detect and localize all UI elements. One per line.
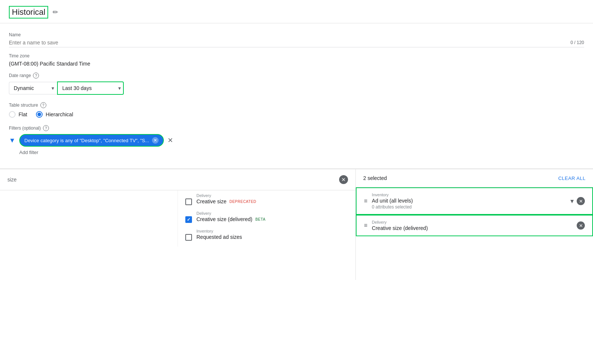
deprecated-badge: DEPRECATED [229, 200, 256, 204]
item-name: Creative size DEPRECATED [196, 198, 256, 204]
timezone-section: Time zone (GMT-08:00) Pacific Standard T… [9, 53, 584, 67]
name-label: Name [9, 32, 584, 37]
page-title: Historical [9, 6, 48, 19]
date-range-value-select[interactable]: Last 7 days Last 14 days Last 30 days La… [57, 81, 124, 95]
dynamic-select-wrapper: Dynamic Fixed ▾ [9, 82, 57, 94]
timezone-label: Time zone [9, 53, 584, 59]
clear-all-button[interactable]: CLEAR ALL [558, 176, 586, 181]
selected-item-creative-size-delivered: ≡ Delivery Creative size (delivered) ✕ [356, 215, 593, 236]
item-name: Requested ad sizes [196, 234, 242, 240]
left-panel-title: size [7, 177, 17, 183]
selected-item-name: Ad unit (all levels) [372, 198, 566, 204]
date-range-section: Date range ? Dynamic Fixed ▾ Last 7 days… [9, 73, 584, 95]
table-structure-radio-group: Flat Hierarchical [9, 111, 584, 118]
drag-handle-icon[interactable]: ≡ [364, 198, 367, 204]
filters-section: Filters (optional) ? ▼ Device category i… [9, 125, 584, 155]
checkbox-creative-size[interactable] [185, 198, 192, 205]
selected-item-ad-unit: ≡ Inventory Ad unit (all levels) 0 attri… [356, 187, 593, 215]
radio-hierarchical-indicator [36, 111, 43, 118]
left-empty-col [0, 190, 178, 247]
checkbox-list: Delivery Creative size DEPRECATED [178, 190, 355, 247]
list-item[interactable]: Inventory Requested ad sizes [178, 226, 355, 244]
selected-item-name: Creative size (delivered) [372, 225, 572, 231]
selected-item-actions-ad-unit: ▾ ✕ [570, 197, 585, 205]
days-select-wrapper: Last 7 days Last 14 days Last 30 days La… [57, 81, 124, 95]
filter-chip-close-icon[interactable]: ✕ [152, 137, 159, 144]
date-range-help-icon[interactable]: ? [33, 73, 39, 79]
drag-handle-icon[interactable]: ≡ [364, 222, 367, 229]
item-content-requested-ad-sizes: Inventory Requested ad sizes [196, 229, 242, 240]
form-section: Name 0 / 120 Time zone (GMT-08:00) Pacif… [0, 23, 593, 169]
expand-icon[interactable]: ▾ [570, 197, 574, 205]
left-panel: size ✕ Delivery Creative size [0, 169, 356, 280]
radio-hierarchical-label: Hierarchical [46, 111, 73, 117]
item-content-creative-size: Delivery Creative size DEPRECATED [196, 193, 256, 204]
remove-creative-size-button[interactable]: ✕ [577, 221, 585, 230]
table-structure-help-icon[interactable]: ? [40, 102, 46, 108]
table-structure-section: Table structure ? Flat Hierarchical [9, 102, 584, 118]
selected-item-category: Inventory [372, 193, 566, 197]
beta-badge: BETA [255, 217, 265, 221]
right-panel: 2 selected CLEAR ALL ≡ Inventory Ad unit… [356, 169, 593, 280]
remove-ad-unit-button[interactable]: ✕ [577, 197, 585, 205]
checkbox-requested-ad-sizes[interactable] [185, 234, 192, 241]
radio-flat-label: Flat [19, 111, 27, 117]
split-panel: size ✕ Delivery Creative size [0, 169, 593, 280]
item-category: Delivery [196, 211, 265, 216]
filter-funnel-icon: ▼ [9, 137, 16, 144]
left-panel-close-icon[interactable]: ✕ [339, 175, 348, 184]
left-items-col: Delivery Creative size DEPRECATED [178, 190, 355, 247]
left-panel-columns: Delivery Creative size DEPRECATED [0, 190, 355, 247]
item-category: Delivery [196, 193, 256, 198]
checkbox-creative-size-delivered[interactable] [185, 216, 192, 223]
item-name: Creative size (delivered) BETA [196, 216, 265, 222]
selected-item-content-ad-unit: Inventory Ad unit (all levels) 0 attribu… [372, 193, 566, 210]
radio-flat-indicator [9, 111, 16, 118]
selected-count: 2 selected [363, 175, 387, 181]
filter-row-close-icon[interactable]: ✕ [168, 136, 173, 144]
table-structure-label: Table structure [9, 103, 38, 108]
filter-chip-text: Device category is any of "Desktop", "Co… [24, 138, 149, 143]
radio-flat[interactable]: Flat [9, 111, 27, 118]
timezone-value: (GMT-08:00) Pacific Standard Time [9, 61, 584, 67]
list-item[interactable]: Delivery Creative size DEPRECATED [178, 190, 355, 208]
list-item[interactable]: Delivery Creative size (delivered) BETA [178, 208, 355, 226]
date-range-label: Date range ? [9, 73, 584, 79]
left-panel-header: size ✕ [0, 169, 355, 190]
date-range-controls: Dynamic Fixed ▾ Last 7 days Last 14 days… [9, 81, 584, 95]
page-container: Historical ✏ Name 0 / 120 Time zone (GMT… [0, 0, 593, 364]
selected-item-category: Delivery [372, 220, 572, 224]
item-content-creative-size-delivered: Delivery Creative size (delivered) BETA [196, 211, 265, 222]
selected-item-actions-creative-size: ✕ [577, 221, 585, 230]
edit-icon[interactable]: ✏ [53, 8, 58, 16]
add-filter-button[interactable]: Add filter [19, 150, 38, 155]
right-panel-header: 2 selected CLEAR ALL [356, 169, 593, 187]
radio-hierarchical[interactable]: Hierarchical [36, 111, 73, 118]
date-range-type-select[interactable]: Dynamic Fixed [9, 82, 57, 94]
filter-row: ▼ Device category is any of "Desktop", "… [9, 134, 584, 147]
name-field-row: 0 / 120 [9, 40, 584, 47]
selected-item-content-creative-size: Delivery Creative size (delivered) [372, 220, 572, 231]
filters-help-icon[interactable]: ? [43, 125, 49, 131]
name-input[interactable] [9, 40, 194, 46]
item-category: Inventory [196, 229, 242, 233]
char-count: 0 / 120 [570, 40, 584, 45]
header-section: Historical ✏ [0, 0, 593, 23]
filter-chip[interactable]: Device category is any of "Desktop", "Co… [19, 134, 164, 147]
selected-item-sub: 0 attributes selected [372, 204, 566, 210]
filters-label: Filters (optional) [9, 126, 41, 131]
